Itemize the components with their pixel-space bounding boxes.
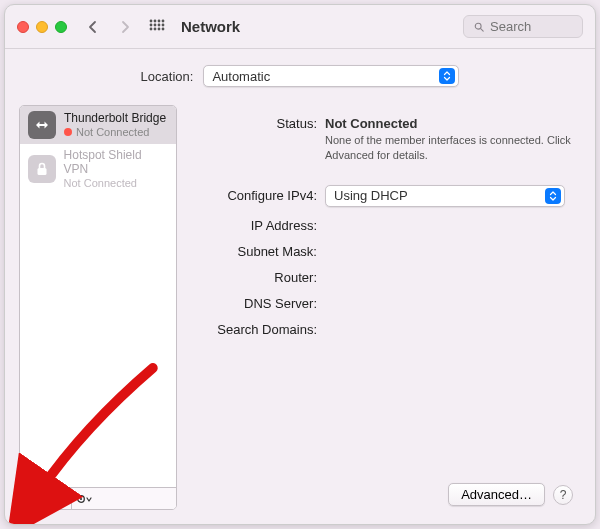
status-row: Status: Not Connected None of the member… — [195, 113, 575, 163]
toolbar: Network — [5, 5, 595, 49]
remove-service-button[interactable] — [46, 488, 72, 509]
search-field[interactable] — [463, 15, 583, 38]
svg-point-4 — [150, 23, 153, 26]
status-value: Not Connected — [325, 113, 575, 131]
gear-dropdown-icon — [76, 493, 94, 505]
forward-button[interactable] — [113, 15, 137, 39]
sidebar-footer — [20, 487, 176, 509]
configure-ipv4-row: Configure IPv4: Using DHCP — [195, 185, 575, 207]
sidebar-item-texts: Thunderbolt Bridge Not Connected — [64, 112, 166, 138]
subnet-mask-label: Subnet Mask: — [195, 241, 325, 259]
sidebar-item-status: Not Connected — [64, 126, 166, 139]
svg-point-1 — [154, 19, 157, 22]
plus-icon — [27, 493, 39, 505]
lock-icon — [28, 155, 56, 183]
help-button[interactable]: ? — [553, 485, 573, 505]
configure-ipv4-value: Using DHCP — [334, 188, 408, 203]
svg-point-2 — [158, 19, 161, 22]
search-domains-row: Search Domains: — [195, 319, 575, 337]
search-icon — [474, 21, 484, 33]
page-title: Network — [181, 18, 240, 35]
service-list: Thunderbolt Bridge Not Connected Hotspot… — [20, 106, 176, 487]
configure-ipv4-label: Configure IPv4: — [195, 185, 325, 203]
show-all-button[interactable] — [145, 15, 169, 39]
svg-point-0 — [150, 19, 153, 22]
details-panel: Status: Not Connected None of the member… — [177, 105, 581, 510]
bottom-bar: Advanced… ? — [195, 477, 575, 510]
svg-point-6 — [158, 23, 161, 26]
svg-rect-14 — [37, 168, 46, 175]
dns-server-row: DNS Server: — [195, 293, 575, 311]
dns-server-label: DNS Server: — [195, 293, 325, 311]
subnet-mask-row: Subnet Mask: — [195, 241, 575, 259]
chevron-up-down-icon — [545, 188, 561, 204]
svg-point-5 — [154, 23, 157, 26]
location-select[interactable]: Automatic — [203, 65, 459, 87]
search-domains-label: Search Domains: — [195, 319, 325, 337]
window-controls — [17, 21, 67, 33]
svg-point-7 — [162, 23, 165, 26]
router-label: Router: — [195, 267, 325, 285]
sidebar-item-label: Thunderbolt Bridge — [64, 112, 166, 126]
router-row: Router: — [195, 267, 575, 285]
sidebar-item-status: Not Connected — [64, 177, 168, 190]
location-value: Automatic — [212, 69, 270, 84]
svg-point-10 — [158, 27, 161, 30]
svg-point-9 — [154, 27, 157, 30]
svg-point-11 — [162, 27, 165, 30]
service-sidebar: Thunderbolt Bridge Not Connected Hotspot… — [19, 105, 177, 510]
chevron-up-down-icon — [439, 68, 455, 84]
advanced-button[interactable]: Advanced… — [448, 483, 545, 506]
close-icon[interactable] — [17, 21, 29, 33]
thunderbolt-icon — [28, 111, 56, 139]
network-preferences-window: Network Location: Automatic — [4, 4, 596, 525]
location-label: Location: — [141, 69, 194, 84]
svg-point-8 — [150, 27, 153, 30]
sidebar-item-texts: Hotspot Shield VPN Not Connected — [64, 149, 168, 189]
svg-point-12 — [475, 23, 481, 29]
minus-icon — [53, 493, 65, 505]
minimize-icon[interactable] — [36, 21, 48, 33]
location-row: Location: Automatic — [5, 49, 595, 101]
svg-point-3 — [162, 19, 165, 22]
status-label: Status: — [195, 113, 325, 131]
body: Thunderbolt Bridge Not Connected Hotspot… — [19, 105, 581, 510]
status-hint: None of the member interfaces is connect… — [325, 133, 575, 163]
svg-point-16 — [80, 497, 82, 499]
zoom-icon[interactable] — [55, 21, 67, 33]
sidebar-item-hotspot-shield-vpn[interactable]: Hotspot Shield VPN Not Connected — [20, 144, 176, 194]
sidebar-item-label: Hotspot Shield VPN — [64, 149, 168, 177]
add-service-button[interactable] — [20, 488, 46, 509]
service-actions-button[interactable] — [72, 488, 98, 509]
svg-line-13 — [481, 28, 484, 31]
configure-ipv4-select[interactable]: Using DHCP — [325, 185, 565, 207]
ip-address-label: IP Address: — [195, 215, 325, 233]
back-button[interactable] — [81, 15, 105, 39]
ip-address-row: IP Address: — [195, 215, 575, 233]
search-input[interactable] — [490, 19, 572, 34]
status-dot-icon — [64, 128, 72, 136]
sidebar-item-thunderbolt-bridge[interactable]: Thunderbolt Bridge Not Connected — [20, 106, 176, 144]
